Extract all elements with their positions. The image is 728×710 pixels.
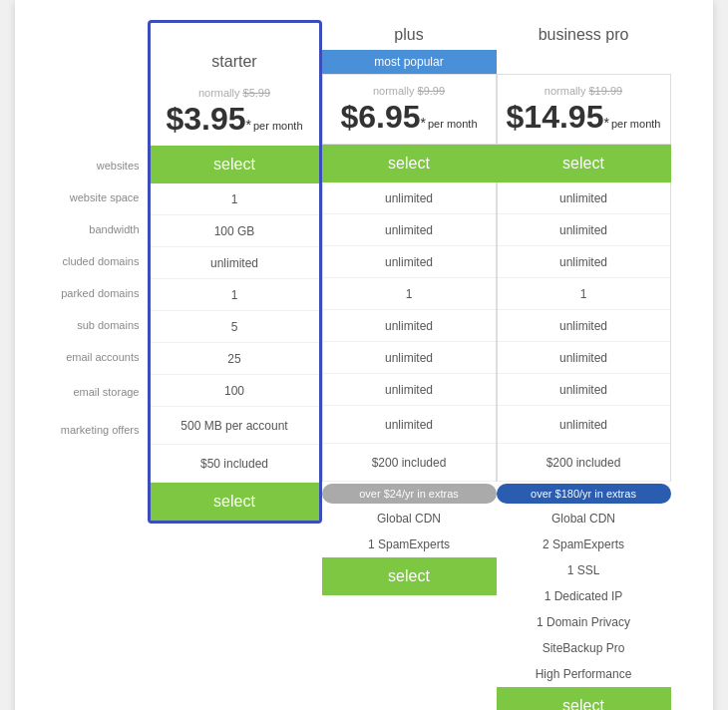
plus-subdomains: unlimited bbox=[323, 342, 496, 374]
plus-marketing: $200 included bbox=[323, 444, 496, 482]
starter-domains: 1 bbox=[151, 279, 319, 311]
plus-features: unlimited unlimited unlimited 1 unlimite… bbox=[322, 182, 497, 482]
business-pro-bandwidth: unlimited bbox=[498, 246, 670, 278]
business-pro-parked: unlimited bbox=[498, 310, 670, 342]
starter-price-row: $3.95 * per month bbox=[151, 101, 319, 138]
plus-price: $6.95 bbox=[340, 99, 420, 136]
plus-domains: 1 bbox=[323, 278, 496, 310]
starter-old-price: $5.99 bbox=[243, 87, 271, 99]
label-bandwidth: bandwidth bbox=[89, 213, 139, 245]
business-pro-extras-badge: over $180/yr in extras bbox=[497, 484, 671, 504]
plus-parked: unlimited bbox=[323, 310, 496, 342]
page-wrapper: websites website space bandwidth cluded … bbox=[15, 0, 713, 710]
starter-features: 1 100 GB unlimited 1 5 25 100 500 MB per… bbox=[151, 183, 319, 483]
plan-starter: starter normally $5.99 $3.95 * per month… bbox=[148, 20, 322, 524]
business-pro-extra-0: Global CDN bbox=[551, 506, 615, 532]
starter-asterisk: * bbox=[246, 117, 251, 133]
plus-asterisk: * bbox=[421, 115, 426, 131]
starter-marketing: $50 included bbox=[151, 445, 319, 483]
business-pro-extra-1: 2 SpamExperts bbox=[543, 532, 624, 557]
starter-websites: 1 bbox=[151, 183, 319, 215]
starter-select-top[interactable]: select bbox=[151, 146, 319, 183]
label-marketing-offers: marketing offers bbox=[61, 411, 140, 449]
business-pro-domains: 1 bbox=[498, 278, 670, 310]
business-pro-extra-5: SiteBackup Pro bbox=[543, 635, 625, 661]
business-pro-email-accounts: unlimited bbox=[498, 374, 670, 406]
plus-email-accounts: unlimited bbox=[323, 374, 496, 406]
starter-per: per month bbox=[253, 120, 303, 133]
plus-select-bottom[interactable]: select bbox=[322, 557, 497, 595]
plus-normally: normally $9.99 bbox=[323, 85, 496, 97]
plus-old-price: $9.99 bbox=[418, 85, 446, 97]
business-pro-subdomains: unlimited bbox=[498, 342, 670, 374]
business-pro-normally: normally $19.99 bbox=[498, 85, 670, 97]
plus-space: unlimited bbox=[323, 214, 496, 246]
label-website-space: website space bbox=[70, 181, 140, 213]
business-pro-old-price: $19.99 bbox=[588, 85, 622, 97]
label-parked-domains: parked domains bbox=[61, 277, 139, 309]
plus-bandwidth: unlimited bbox=[323, 246, 496, 278]
business-pro-asterisk: * bbox=[603, 115, 608, 131]
plus-plan-name: plus bbox=[322, 20, 497, 50]
starter-normally: normally $5.99 bbox=[151, 87, 319, 99]
business-pro-extra-3: 1 Dedicated IP bbox=[545, 583, 623, 609]
plus-websites: unlimited bbox=[323, 182, 496, 214]
starter-bandwidth: unlimited bbox=[151, 247, 319, 279]
starter-email-storage: 500 MB per account bbox=[151, 407, 319, 445]
business-pro-space: unlimited bbox=[498, 214, 670, 246]
plus-extra-1: 1 SpamExperts bbox=[368, 532, 450, 557]
starter-email-accounts: 100 bbox=[151, 375, 319, 407]
business-pro-marketing: $200 included bbox=[498, 444, 670, 482]
label-sub-domains: sub domains bbox=[77, 309, 139, 341]
business-pro-email-storage: unlimited bbox=[498, 406, 670, 444]
plus-per: per month bbox=[428, 118, 478, 131]
plus-badge: most popular bbox=[322, 50, 497, 74]
starter-subdomains: 25 bbox=[151, 343, 319, 375]
business-pro-features: unlimited unlimited unlimited 1 unlimite… bbox=[497, 182, 671, 482]
starter-parked: 5 bbox=[151, 311, 319, 343]
starter-header: normally $5.99 $3.95 * per month bbox=[151, 77, 319, 146]
business-pro-plan-name: business pro bbox=[497, 20, 671, 50]
starter-select-bottom[interactable]: select bbox=[151, 483, 319, 521]
label-websites: websites bbox=[97, 150, 140, 181]
plus-select-top[interactable]: select bbox=[322, 145, 497, 182]
starter-space: 100 GB bbox=[151, 215, 319, 247]
label-email-accounts: email accounts bbox=[66, 341, 139, 373]
plus-price-row: $6.95 * per month bbox=[323, 99, 496, 136]
business-pro-extra-4: 1 Domain Privacy bbox=[537, 609, 630, 635]
business-pro-select-bottom[interactable]: select bbox=[497, 687, 671, 710]
plans-container: websites website space bandwidth cluded … bbox=[25, 20, 703, 710]
business-pro-price: $14.95 bbox=[507, 99, 604, 136]
plus-email-storage: unlimited bbox=[323, 406, 496, 444]
labels-column: websites website space bandwidth cluded … bbox=[58, 150, 148, 449]
plus-header: normally $9.99 $6.95 * per month bbox=[322, 74, 497, 145]
business-pro-header: normally $19.99 $14.95 * per month bbox=[497, 74, 671, 145]
plus-extras-badge: over $24/yr in extras bbox=[322, 484, 497, 504]
label-included-domains: cluded domains bbox=[62, 245, 139, 277]
plan-business-pro: business pro normally $19.99 $14.95 * pe… bbox=[497, 20, 671, 710]
business-pro-select-top[interactable]: select bbox=[497, 145, 671, 182]
business-pro-price-row: $14.95 * per month bbox=[498, 99, 670, 136]
starter-price: $3.95 bbox=[166, 101, 245, 138]
business-pro-per: per month bbox=[611, 118, 661, 131]
business-pro-extra-2: 1 SSL bbox=[567, 557, 600, 583]
plus-extra-0: Global CDN bbox=[377, 506, 441, 532]
plan-plus: plus most popular normally $9.99 $6.95 *… bbox=[322, 20, 497, 595]
starter-plan-name: starter bbox=[151, 47, 319, 77]
label-email-storage: email storage bbox=[73, 373, 139, 411]
business-pro-extra-6: High Performance bbox=[536, 661, 632, 687]
business-pro-websites: unlimited bbox=[498, 182, 670, 214]
